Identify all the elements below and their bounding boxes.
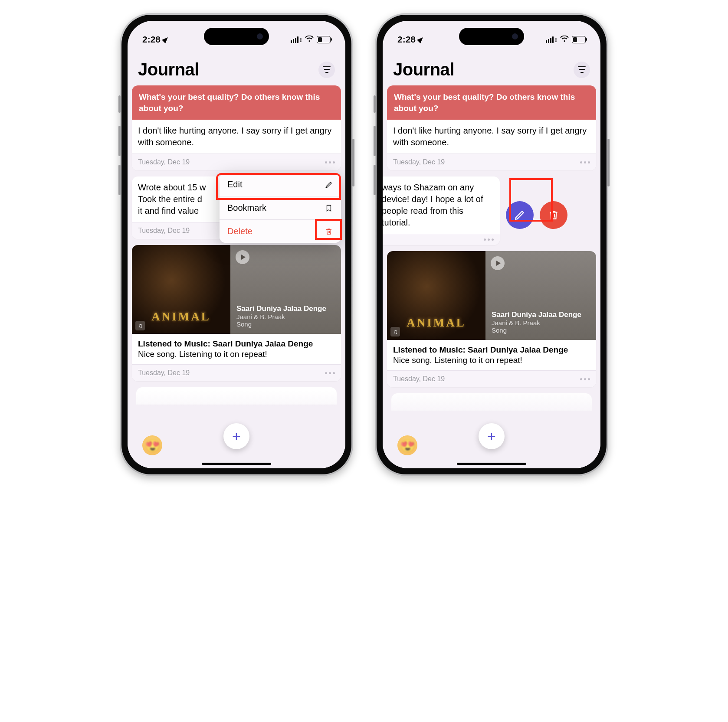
- media-kind: Song: [236, 320, 335, 328]
- entry-caption: Nice song. Listening to it on repeat!: [387, 356, 596, 370]
- menu-bookmark[interactable]: Bookmark: [220, 196, 341, 220]
- menu-label: Bookmark: [227, 203, 266, 213]
- album-art: ANIMAL ♫: [387, 251, 485, 340]
- trash-icon: [325, 227, 333, 236]
- journal-entry-media[interactable]: ANIMAL ♫ Saari Duniya Jalaa Denge Jaani …: [132, 245, 341, 381]
- location-icon: [162, 36, 170, 43]
- media-kind: Song: [492, 327, 590, 334]
- swipe-edit-button[interactable]: [506, 201, 534, 229]
- media-info: Saari Duniya Jalaa Denge Jaani & B. Praa…: [230, 245, 341, 334]
- entry-body: ways to Shazam on any device! day! I hop…: [383, 176, 500, 234]
- filter-button[interactable]: [318, 62, 335, 78]
- swipe-delete-button[interactable]: [540, 201, 567, 229]
- journal-entry-peek: [136, 387, 337, 405]
- wifi-icon: [305, 34, 314, 45]
- trash-icon: [548, 209, 559, 221]
- context-menu: Edit Bookmark Delete: [220, 173, 341, 243]
- artist: Jaani & B. Praak: [492, 319, 590, 327]
- wifi-icon: [560, 34, 569, 45]
- new-entry-button[interactable]: +: [223, 423, 249, 449]
- poster-title: ANIMAL: [407, 316, 466, 330]
- cellular-icon: !: [291, 36, 302, 43]
- battery-icon: [317, 36, 331, 43]
- play-icon[interactable]: [491, 256, 505, 270]
- more-icon[interactable]: [325, 161, 335, 163]
- journal-entry-prompt[interactable]: What's your best quality? Do others know…: [132, 85, 341, 170]
- more-icon[interactable]: [325, 372, 335, 374]
- more-icon[interactable]: [580, 161, 590, 163]
- music-icon: ♫: [135, 321, 145, 330]
- plus-icon: +: [487, 429, 496, 444]
- song-title: Saari Duniya Jalaa Denge: [236, 304, 335, 313]
- song-title: Saari Duniya Jalaa Denge: [492, 310, 590, 319]
- home-indicator[interactable]: [202, 463, 271, 465]
- page-title: Journal: [393, 60, 454, 79]
- entry-headline: Listened to Music: Saari Duniya Jalaa De…: [132, 334, 341, 350]
- menu-edit[interactable]: Edit: [220, 173, 341, 196]
- entry-date: Tuesday, Dec 19: [393, 158, 445, 166]
- bookmark-icon: [325, 204, 333, 212]
- journal-entry-media[interactable]: ANIMAL ♫ Saari Duniya Jalaa Denge Jaani …: [387, 251, 596, 387]
- entry-body: I don't like hurting anyone. I say sorry…: [132, 120, 341, 154]
- prompt-banner: What's your best quality? Do others know…: [132, 85, 341, 120]
- filter-icon: [578, 66, 586, 73]
- album-art: ANIMAL ♫: [132, 245, 230, 334]
- entry-headline: Listened to Music: Saari Duniya Jalaa De…: [387, 340, 596, 356]
- artist: Jaani & B. Praak: [236, 313, 335, 320]
- menu-label: Edit: [227, 180, 242, 189]
- status-time: 2:28: [142, 34, 161, 45]
- poster-title: ANIMAL: [151, 310, 211, 323]
- play-icon[interactable]: [236, 250, 249, 264]
- battery-icon: [572, 36, 586, 43]
- entry-date: Tuesday, Dec 19: [393, 375, 445, 383]
- more-icon[interactable]: [484, 238, 494, 241]
- emoji-icon: [397, 435, 417, 455]
- journal-entry-swiped[interactable]: ways to Shazam on any device! day! I hop…: [383, 176, 500, 245]
- entry-date: Tuesday, Dec 19: [138, 369, 190, 377]
- cellular-icon: !: [546, 36, 557, 43]
- pencil-icon: [325, 180, 333, 189]
- plus-icon: +: [232, 429, 241, 444]
- pencil-icon: [514, 209, 525, 221]
- new-entry-button[interactable]: +: [479, 423, 505, 449]
- entry-body: I don't like hurting anyone. I say sorry…: [387, 120, 596, 154]
- filter-button[interactable]: [574, 62, 590, 78]
- prompt-banner: What's your best quality? Do others know…: [387, 85, 596, 120]
- page-title: Journal: [138, 60, 199, 79]
- entry-caption: Nice song. Listening to it on repeat!: [132, 350, 341, 364]
- music-icon: ♫: [390, 327, 400, 336]
- menu-label: Delete: [227, 226, 253, 236]
- entry-date: Tuesday, Dec 19: [138, 158, 190, 166]
- home-indicator[interactable]: [457, 463, 526, 465]
- filter-icon: [323, 66, 331, 73]
- journal-entry-prompt[interactable]: What's your best quality? Do others know…: [387, 85, 596, 170]
- location-icon: [417, 36, 425, 43]
- status-time: 2:28: [397, 34, 416, 45]
- journal-entry-peek: [391, 393, 592, 411]
- emoji-icon: [142, 435, 162, 455]
- entry-date: Tuesday, Dec 19: [138, 227, 190, 235]
- media-info: Saari Duniya Jalaa Denge Jaani & B. Praa…: [485, 251, 596, 340]
- menu-delete[interactable]: Delete: [220, 220, 341, 243]
- more-icon[interactable]: [580, 378, 590, 380]
